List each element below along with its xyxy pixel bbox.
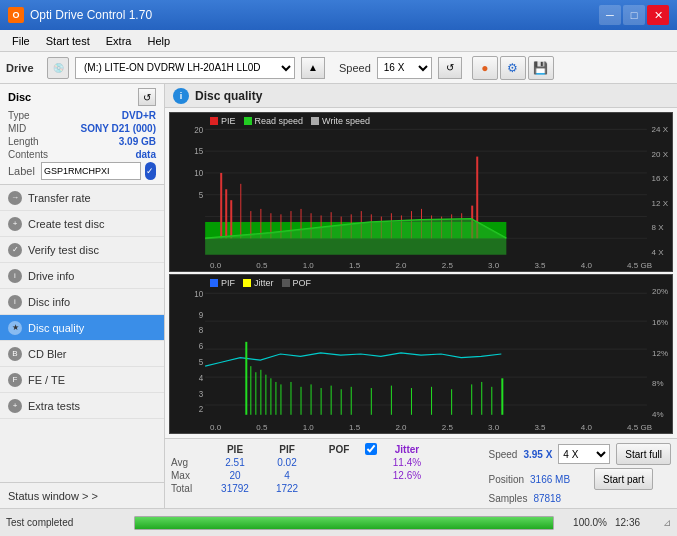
toolbar-btn-2[interactable]: ⚙ (500, 56, 526, 80)
speed-select[interactable]: 16 X (377, 57, 432, 79)
chart1-x-labels: 0.0 0.5 1.0 1.5 2.0 2.5 3.0 3.5 4.0 4.5 … (210, 261, 652, 270)
verify-icon: ✓ (8, 243, 22, 257)
maximize-button[interactable]: □ (623, 5, 645, 25)
svg-rect-57 (265, 375, 266, 415)
start-full-button[interactable]: Start full (616, 443, 671, 465)
menu-file[interactable]: File (4, 33, 38, 49)
extra-tests-label: Extra tests (28, 400, 80, 412)
resize-grip[interactable]: ⊿ (663, 517, 671, 528)
sidebar-item-disc-quality[interactable]: ★ Disc quality (0, 315, 164, 341)
samples-label: Samples (488, 493, 527, 504)
mid-label: MID (8, 123, 26, 134)
chart-pif: PIF Jitter POF 20% 16% 12% 8 (169, 274, 673, 434)
svg-rect-63 (311, 384, 312, 414)
label-apply-button[interactable]: ✓ (145, 162, 156, 180)
type-label: Type (8, 110, 30, 121)
legend-read-label: Read speed (255, 116, 304, 126)
drive-select[interactable]: (M:) LITE-ON DVDRW LH-20A1H LL0D (75, 57, 295, 79)
avg-pif: 0.02 (261, 457, 313, 468)
y-label-16x: 16 X (652, 174, 668, 183)
legend-pie: PIE (210, 116, 236, 126)
length-label: Length (8, 136, 39, 147)
svg-text:6: 6 (199, 340, 204, 351)
legend-pof-label: POF (293, 278, 312, 288)
label-row: Label ✓ (8, 162, 156, 180)
drive-icon: 💿 (47, 57, 69, 79)
status-text: Test completed (6, 517, 126, 528)
sidebar-item-drive-info[interactable]: i Drive info (0, 263, 164, 289)
speed-label: Speed (339, 62, 371, 74)
disc-info-label: Disc info (28, 296, 70, 308)
position-label: Position (488, 474, 524, 485)
start-part-button[interactable]: Start part (594, 468, 653, 490)
menu-extra[interactable]: Extra (98, 33, 140, 49)
y2-label-8: 8% (652, 379, 668, 388)
samples-value: 87818 (533, 493, 561, 504)
toolbar-btn-1[interactable]: ● (472, 56, 498, 80)
progress-bar (134, 516, 554, 530)
status-window-button[interactable]: Status window > > (0, 482, 164, 508)
legend-pie-label: PIE (221, 116, 236, 126)
svg-rect-53 (245, 342, 247, 415)
disc-header: Disc ↺ (8, 88, 156, 106)
sidebar-item-transfer-rate[interactable]: → Transfer rate (0, 185, 164, 211)
transfer-rate-label: Transfer rate (28, 192, 91, 204)
legend-write-dot (311, 117, 319, 125)
position-row: Position 3166 MB Start part (488, 468, 653, 490)
y-label-24x: 24 X (652, 125, 668, 134)
drive-eject-button[interactable]: ▲ (301, 57, 325, 79)
svg-rect-62 (301, 387, 302, 415)
svg-rect-71 (431, 387, 432, 415)
sidebar-item-create-test-disc[interactable]: + Create test disc (0, 211, 164, 237)
progress-percent: 100.0% (562, 517, 607, 528)
sidebar-item-verify-test-disc[interactable]: ✓ Verify test disc (0, 237, 164, 263)
disc-refresh-button[interactable]: ↺ (138, 88, 156, 106)
chart1-y-labels: 24 X 20 X 16 X 12 X 8 X 4 X (652, 113, 668, 271)
speed-row: Speed 3.95 X 4 X Start full (488, 443, 671, 465)
minimize-button[interactable]: ─ (599, 5, 621, 25)
type-value: DVD+R (122, 110, 156, 121)
toolbar-btn-3[interactable]: 💾 (528, 56, 554, 80)
svg-text:8: 8 (199, 325, 204, 336)
main-content: Disc ↺ Type DVD+R MID SONY D21 (000) Len… (0, 84, 677, 508)
disc-info-panel: Disc ↺ Type DVD+R MID SONY D21 (000) Len… (0, 84, 164, 185)
sidebar-item-cd-bler[interactable]: B CD Bler (0, 341, 164, 367)
sidebar-item-fe-te[interactable]: F FE / TE (0, 367, 164, 393)
label-input[interactable] (41, 162, 141, 180)
create-test-icon: + (8, 217, 22, 231)
legend-pie-dot (210, 117, 218, 125)
sidebar-item-extra-tests[interactable]: + Extra tests (0, 393, 164, 419)
menu-start-test[interactable]: Start test (38, 33, 98, 49)
svg-text:2: 2 (199, 404, 204, 415)
legend-read-speed: Read speed (244, 116, 304, 126)
speed-apply-button[interactable]: ↺ (438, 57, 462, 79)
menu-bar: File Start test Extra Help (0, 30, 677, 52)
chart1-legend: PIE Read speed Write speed (210, 116, 370, 126)
speed-label: Speed (488, 449, 517, 460)
chart-pie: PIE Read speed Write speed 24 X 20 X 1 (169, 112, 673, 272)
legend-write-label: Write speed (322, 116, 370, 126)
fe-te-icon: F (8, 373, 22, 387)
verify-label: Verify test disc (28, 244, 99, 256)
jitter-checkbox[interactable] (365, 443, 377, 455)
drive-bar: Drive 💿 (M:) LITE-ON DVDRW LH-20A1H LL0D… (0, 52, 677, 84)
total-pie: 31792 (209, 483, 261, 494)
legend-jitter: Jitter (243, 278, 274, 288)
speed-select[interactable]: 4 X (558, 444, 610, 464)
svg-text:10: 10 (194, 168, 203, 178)
close-button[interactable]: ✕ (647, 5, 669, 25)
label-label: Label (8, 165, 35, 177)
app-title: Opti Drive Control 1.70 (30, 8, 152, 22)
stats-header-row: PIE PIF POF Jitter (171, 443, 480, 455)
position-value: 3166 MB (530, 474, 570, 485)
status-bar: Test completed 100.0% 12:36 ⊿ (0, 508, 677, 536)
svg-rect-67 (351, 387, 352, 415)
svg-rect-11 (220, 173, 222, 238)
legend-pof-dot (282, 279, 290, 287)
total-pif: 1722 (261, 483, 313, 494)
disc-quality-label: Disc quality (28, 322, 84, 334)
menu-help[interactable]: Help (139, 33, 178, 49)
svg-rect-59 (275, 382, 276, 415)
sidebar-item-disc-info[interactable]: i Disc info (0, 289, 164, 315)
y2-label-20: 20% (652, 287, 668, 296)
